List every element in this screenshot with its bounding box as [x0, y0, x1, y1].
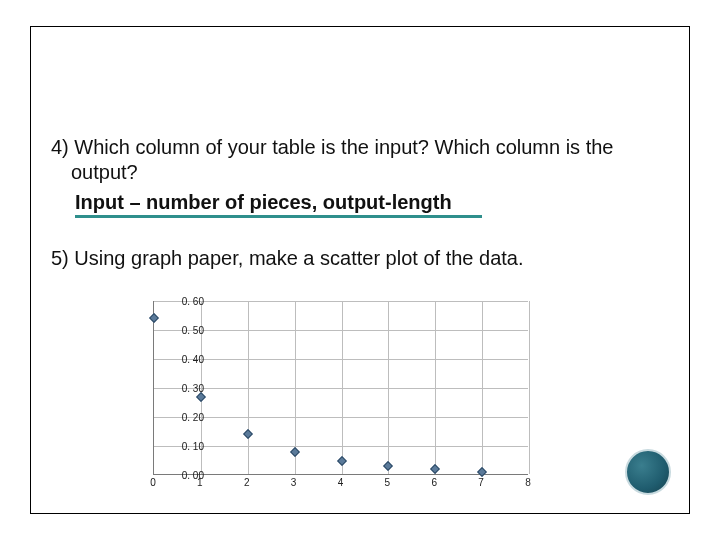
- gridline-h: [154, 446, 528, 447]
- gridline-h: [154, 417, 528, 418]
- decorative-circle-icon: [625, 449, 671, 495]
- x-tick-label: 7: [471, 477, 491, 488]
- x-tick-label: 0: [143, 477, 163, 488]
- x-tick-label: 5: [377, 477, 397, 488]
- x-tick-label: 3: [284, 477, 304, 488]
- gridline-h: [154, 330, 528, 331]
- data-marker: [243, 429, 253, 439]
- data-marker: [290, 447, 300, 457]
- x-tick-label: 6: [424, 477, 444, 488]
- question-4-line2: output?: [51, 160, 669, 185]
- y-tick-label: 0. 10: [164, 441, 204, 452]
- question-5: 5) Using graph paper, make a scatter plo…: [51, 246, 669, 271]
- y-tick-label: 0. 40: [164, 354, 204, 365]
- gridline-h: [154, 388, 528, 389]
- data-marker: [337, 456, 347, 466]
- data-marker: [383, 461, 393, 471]
- scatter-chart: 0123456780. 000. 100. 200. 300. 400. 500…: [109, 297, 539, 497]
- question-4: 4) Which column of your table is the inp…: [51, 135, 669, 185]
- y-tick-label: 0. 20: [164, 412, 204, 423]
- x-tick-label: 2: [237, 477, 257, 488]
- x-tick-label: 4: [331, 477, 351, 488]
- y-tick-label: 0. 30: [164, 383, 204, 394]
- data-marker: [477, 467, 487, 477]
- data-marker: [149, 313, 159, 323]
- x-tick-label: 8: [518, 477, 538, 488]
- slide-frame: 4) Which column of your table is the inp…: [30, 26, 690, 514]
- data-marker: [430, 464, 440, 474]
- y-tick-label: 0. 60: [164, 296, 204, 307]
- content-area: 4) Which column of your table is the inp…: [31, 27, 689, 271]
- answer-4: Input – number of pieces, output-length: [75, 189, 482, 218]
- plot-area: [153, 301, 528, 475]
- gridline-v: [529, 301, 530, 474]
- y-tick-label: 0. 50: [164, 325, 204, 336]
- question-4-line1: 4) Which column of your table is the inp…: [51, 135, 669, 160]
- y-tick-label: 0. 00: [164, 470, 204, 481]
- gridline-h: [154, 359, 528, 360]
- gridline-h: [154, 301, 528, 302]
